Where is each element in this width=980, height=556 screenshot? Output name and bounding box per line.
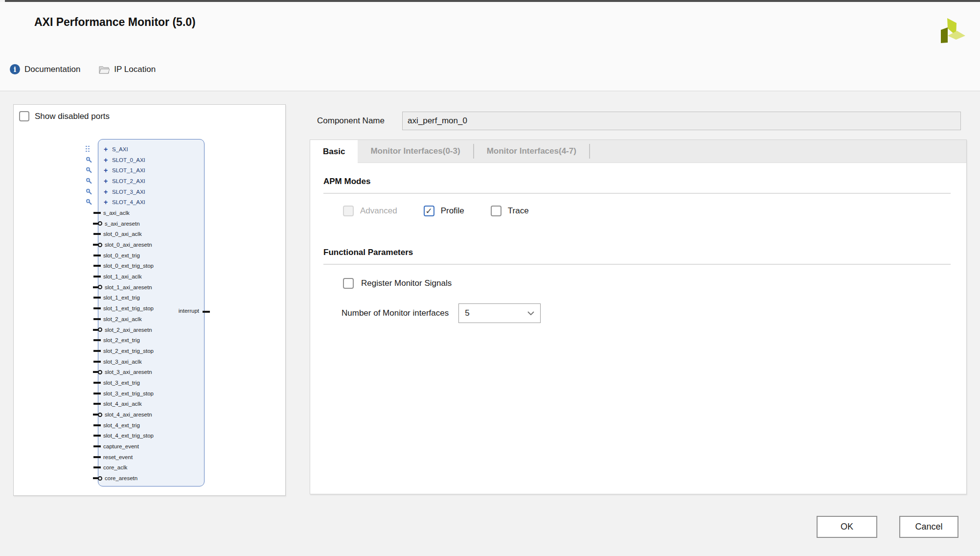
apm-modes-heading: APM Modes <box>323 177 951 186</box>
port-label: slot_1_ext_trig_stop <box>103 305 154 311</box>
port-label: SLOT_0_AXI <box>112 157 145 163</box>
port-label: SLOT_3_AXI <box>112 189 145 195</box>
vendor-logo-icon <box>937 15 968 47</box>
port-row-slot_4_ext_trig: slot_4_ext_trig <box>98 420 204 431</box>
ok-button[interactable]: OK <box>817 516 877 538</box>
register-monitor-signals-checkbox[interactable]: ✓ <box>343 278 354 289</box>
reset-ring-icon <box>98 476 102 481</box>
port-row-SLOT_3_AXI[interactable]: +SLOT_3_AXI <box>98 186 204 197</box>
reset-ring-icon <box>98 221 102 226</box>
register-monitor-signals-row: ✓ Register Monitor Signals <box>343 278 951 289</box>
expand-plus-icon[interactable]: + <box>104 188 111 196</box>
tab-basic[interactable]: Basic <box>310 140 358 163</box>
port-row-SLOT_2_AXI[interactable]: +SLOT_2_AXI <box>98 176 204 186</box>
apm-option-trace: ✓ Trace <box>491 206 529 216</box>
cancel-button[interactable]: Cancel <box>899 516 958 538</box>
port-label: SLOT_1_AXI <box>112 167 145 173</box>
tab-content-basic: APM Modes ✓ Advanced ✓ Profile ✓ Trace <box>310 163 966 323</box>
tab-separator <box>589 144 590 159</box>
port-row-slot_2_ext_trig_stop: slot_2_ext_trig_stop <box>98 346 204 356</box>
port-label: slot_2_axi_aclk <box>103 316 142 322</box>
port-label: slot_2_axi_aresetn <box>105 327 152 333</box>
pin-stub <box>93 456 101 458</box>
profile-label: Profile <box>441 206 464 216</box>
pin-stub <box>93 382 101 384</box>
tab-monitor-interfaces-4-7[interactable]: Monitor Interfaces(4-7) <box>474 140 589 162</box>
port-row-SLOT_4_AXI[interactable]: +SLOT_4_AXI <box>98 197 204 208</box>
number-of-monitor-interfaces-row: Number of Monitor interfaces 5 <box>342 303 951 323</box>
number-of-monitor-interfaces-label: Number of Monitor interfaces <box>342 308 449 318</box>
expand-plus-icon[interactable]: + <box>104 156 111 164</box>
port-label: S_AXI <box>112 146 128 152</box>
documentation-link[interactable]: Documentation <box>24 65 80 74</box>
component-name-label: Component Name <box>317 116 385 126</box>
show-disabled-ports-label: Show disabled ports <box>35 112 110 121</box>
component-name-input[interactable]: axi_perf_mon_0 <box>402 112 961 130</box>
port-label: slot_4_ext_trig_stop <box>103 433 154 439</box>
expand-plus-icon[interactable]: + <box>104 145 111 153</box>
port-label: slot_3_ext_trig_stop <box>103 391 154 396</box>
port-label: s_axi_aclk <box>103 210 130 216</box>
ip-location-link[interactable]: IP Location <box>114 65 156 74</box>
pin-stub <box>93 393 101 394</box>
apm-option-profile: ✓ Profile <box>424 206 464 216</box>
reset-ring-icon <box>98 327 102 332</box>
port-label: SLOT_2_AXI <box>112 178 145 184</box>
port-label: slot_4_axi_aclk <box>103 401 142 407</box>
reset-ring-icon <box>98 413 102 417</box>
port-label: slot_3_axi_aclk <box>103 359 142 365</box>
magnifier-icon[interactable] <box>86 199 92 206</box>
pin-stub <box>93 350 101 352</box>
expand-plus-icon[interactable]: + <box>104 198 111 206</box>
magnifier-icon[interactable] <box>86 157 92 163</box>
port-label: slot_0_axi_aresetn <box>105 242 152 248</box>
pin-stub <box>93 339 101 341</box>
ip-customization-dialog: AXI Performance Monitor (5.0) i Document… <box>0 0 980 556</box>
pin-stub <box>93 466 101 468</box>
port-row-slot_3_axi_aresetn: slot_3_axi_aresetn <box>98 367 204 377</box>
port-row-slot_0_ext_trig: slot_0_ext_trig <box>98 250 204 261</box>
port-label: slot_3_axi_aresetn <box>105 369 152 375</box>
pin-stub <box>93 233 101 235</box>
info-icon: i <box>10 64 20 74</box>
magnifier-icon[interactable] <box>86 188 92 195</box>
chevron-down-icon <box>527 311 534 315</box>
selected-value: 5 <box>465 308 527 318</box>
show-disabled-ports-checkbox[interactable] <box>19 111 29 121</box>
port-row-SLOT_1_AXI[interactable]: +SLOT_1_AXI <box>98 165 204 176</box>
tab-monitor-interfaces-0-3[interactable]: Monitor Interfaces(0-3) <box>358 140 473 162</box>
pin-stub <box>93 255 101 256</box>
port-row-core_aclk: core_aclk <box>98 463 204 473</box>
magnifier-icon[interactable] <box>86 167 92 174</box>
port-label: slot_4_axi_aresetn <box>105 412 152 417</box>
port-row-slot_2_axi_aclk: slot_2_axi_aclk <box>98 314 204 324</box>
expand-plus-icon[interactable]: + <box>104 177 111 185</box>
port-label: slot_0_ext_trig <box>103 253 140 258</box>
show-disabled-ports-row: Show disabled ports <box>19 111 110 121</box>
trace-checkbox[interactable]: ✓ <box>491 206 501 216</box>
port-row-slot_0_ext_trig_stop: slot_0_ext_trig_stop <box>98 261 204 272</box>
port-row-SLOT_0_AXI[interactable]: +SLOT_0_AXI <box>98 155 204 165</box>
port-row-slot_0_axi_aresetn: slot_0_axi_aresetn <box>98 239 204 250</box>
pin-stub <box>93 424 101 426</box>
pin-stub <box>93 212 101 214</box>
block-ports: +S_AXI+SLOT_0_AXI+SLOT_1_AXI+SLOT_2_AXI+… <box>98 144 204 484</box>
apm-mode-options: ✓ Advanced ✓ Profile ✓ Trace <box>343 206 951 216</box>
port-label: slot_2_ext_trig <box>103 337 140 343</box>
port-row-slot_1_axi_aresetn: slot_1_axi_aresetn <box>98 282 204 293</box>
port-label: slot_1_axi_aclk <box>103 274 142 279</box>
profile-checkbox[interactable]: ✓ <box>424 206 434 216</box>
port-label: s_axi_aresetn <box>105 221 140 227</box>
expand-plus-icon[interactable]: + <box>104 166 111 174</box>
port-label: core_aclk <box>103 464 127 470</box>
number-of-monitor-interfaces-select[interactable]: 5 <box>458 303 541 323</box>
port-label: slot_3_ext_trig <box>103 380 140 386</box>
magnifier-icon[interactable] <box>86 178 92 185</box>
block-preview-panel: Show disabled ports +S_AXI+SLOT_0_AXI+SL… <box>13 104 286 496</box>
apm-option-advanced: ✓ Advanced <box>343 206 397 216</box>
pin-stub <box>93 445 101 447</box>
port-row-S_AXI[interactable]: +S_AXI <box>98 144 204 155</box>
advanced-label: Advanced <box>360 206 397 216</box>
port-row-slot_1_axi_aclk: slot_1_axi_aclk <box>98 271 204 282</box>
pin-stub <box>93 435 101 437</box>
